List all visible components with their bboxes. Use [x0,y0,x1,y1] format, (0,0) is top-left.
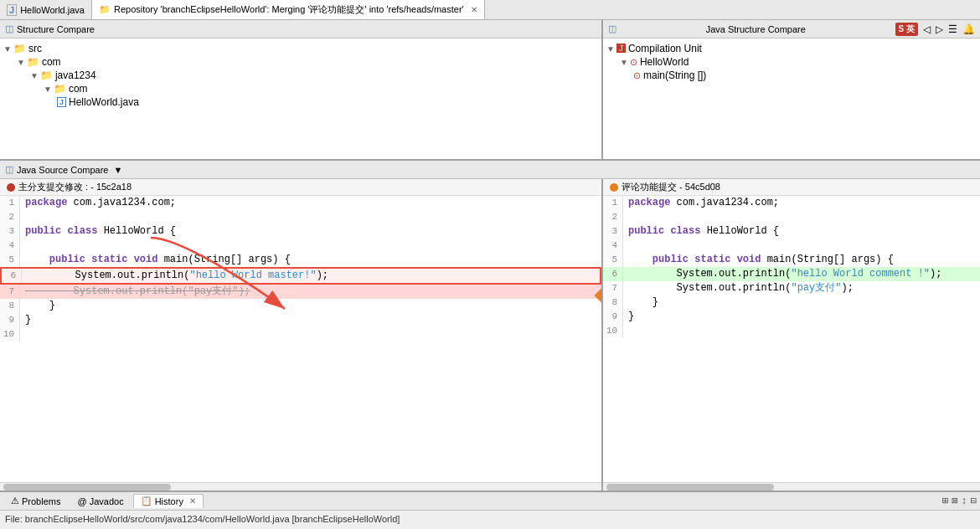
sogou-icon[interactable]: S 英 [895,23,918,36]
left-code-area[interactable]: 1 package com.java1234.com; 2 3 public c… [0,196,601,482]
javadoc-label: @ Javadoc [77,496,123,506]
status-icon-2[interactable]: ⊠ [952,495,957,507]
left-line-5: 5 public static void main(String[] args)… [0,253,601,267]
tree-label-com1: com [42,56,61,68]
tree-item-java1234[interactable]: ▼ 📁 java1234 [0,69,601,82]
main-layout: ◫ Structure Compare ▼ 📁 src ▼ 📁 com [0,20,980,529]
arrow-java1234[interactable]: ▼ [30,71,39,80]
tree-label-src: src [28,43,42,54]
header-right: S 英 ◁ ▷ ☰ 🔔 [895,23,975,36]
tree-item-helloworld-file[interactable]: J HelloWorld.java [0,95,601,109]
source-compare-dropdown[interactable]: ▼ [113,165,122,175]
tree-item-com1[interactable]: ▼ 📁 com [0,55,601,69]
tab-merge-close[interactable]: ✕ [471,5,477,14]
source-compare-title: Java Source Compare [17,165,108,175]
right-linenum-10: 10 [603,324,623,338]
left-content-10 [25,327,601,342]
right-scroll-thumb[interactable] [606,484,774,490]
left-content-4 [25,239,601,253]
status-icon-1[interactable]: ⊞ [942,495,948,507]
left-scroll-thumb[interactable] [3,484,171,490]
class-icon: ⊙ [630,57,637,68]
left-linenum-6: 6 [2,269,22,283]
tab-bar: J HelloWorld.java 📁 Repository 'branchEc… [0,0,980,20]
tab-problems[interactable]: ⚠ Problems [3,494,68,508]
source-left-pane: 主分支提交修改 : - 15c2a18 1 package com.java12… [0,179,603,490]
tree-item-main-method[interactable]: ⊙ main(String []) [603,69,980,82]
left-linenum-8: 8 [0,299,20,313]
file-icon-helloworld: J [57,97,66,107]
right-branch-label: 评论功能提交 - 54c5d08 [622,181,720,193]
left-line-6: 6 System.out.println("hello World master… [0,267,601,285]
toolbar-icon-2[interactable]: ▷ [936,23,943,35]
right-content-1: package com.java1234.com; [628,196,980,210]
arrow-helloworld-class[interactable]: ▼ [620,58,628,67]
right-line-1: 1 package com.java1234.com; [603,196,980,210]
left-code-lines: 1 package com.java1234.com; 2 3 public c… [0,196,601,342]
tree-item-com2[interactable]: ▼ 📁 com [0,82,601,95]
left-linenum-10: 10 [0,327,20,342]
tree-item-src[interactable]: ▼ 📁 src [0,42,601,55]
tree-item-helloworld-class[interactable]: ▼ ⊙ HelloWorld [603,55,980,69]
arrow-com2[interactable]: ▼ [44,85,52,94]
left-content-8: } [25,299,601,313]
left-content-3: public class HelloWorld { [25,224,601,239]
left-line-3: 3 public class HelloWorld { [0,224,601,239]
source-compare-panel: ◫ Java Source Compare ▼ 主分支提交修改 : - 15c2… [0,161,980,490]
problems-icon: ⚠ [11,496,19,506]
right-line-2: 2 [603,210,980,224]
right-linenum-3: 3 [603,224,623,239]
tab-merge[interactable]: 📁 Repository 'branchEclipseHelloWorld': … [92,0,485,19]
right-content-3: public class HelloWorld { [628,224,980,239]
history-icon: 📋 [141,496,152,506]
java-structure-title: Java Structure Compare [706,24,806,34]
right-branch-header: 评论功能提交 - 54c5d08 [603,179,980,196]
status-icon-3[interactable]: ↕ [962,496,967,507]
java-file-icon: J [7,4,17,16]
structure-tree: ▼ 📁 src ▼ 📁 com ▼ 📁 java1234 [0,39,601,159]
right-linenum-1: 1 [603,196,623,210]
status-icon-4[interactable]: ⊟ [971,495,977,507]
right-content-10 [628,324,980,338]
arrow-src[interactable]: ▼ [3,44,12,54]
left-linenum-2: 2 [0,210,20,224]
left-scrollbar[interactable] [0,482,601,490]
arrow-com1[interactable]: ▼ [17,58,25,67]
left-linenum-7: 7 [0,285,20,299]
status-icons-right: ⊞ ⊠ ↕ ⊟ [942,495,977,507]
java-structure-tree: ▼ 🅹 Compilation Unit ▼ ⊙ HelloWorld ⊙ ma… [603,39,980,159]
tab-javadoc[interactable]: @ Javadoc [70,495,131,508]
right-line-8: 8 } [603,295,980,310]
file-path-bar: File: branchEclipseHelloWorld/src/com/ja… [0,511,980,527]
toolbar-icon-4[interactable]: 🔔 [962,23,975,35]
right-code-area[interactable]: 1 package com.java1234.com; 2 3 public c… [603,196,980,482]
toolbar-icon-1[interactable]: ◁ [923,23,931,35]
left-linenum-9: 9 [0,313,20,327]
history-tab-close[interactable]: ✕ [189,496,196,506]
left-line-9: 9 } [0,313,601,327]
right-line-6: 6 System.out.println("hello World commen… [603,267,980,281]
tab-history[interactable]: 📋 History ✕ [133,494,204,508]
left-line-7: 7 System.out.println("pay支付"); [0,285,601,299]
left-linenum-4: 4 [0,239,20,253]
right-linenum-2: 2 [603,210,623,224]
right-linenum-8: 8 [603,295,623,310]
tab-helloworld[interactable]: J HelloWorld.java [0,0,92,19]
arrow-compilation-unit[interactable]: ▼ [606,44,615,54]
bottom-status-bar: ⚠ Problems @ Javadoc 📋 History ✕ ⊞ ⊠ ↕ ⊟… [0,490,980,529]
left-content-5: public static void main(String[] args) { [25,253,601,267]
tree-item-compilation-unit[interactable]: ▼ 🅹 Compilation Unit [603,42,980,55]
left-line-10: 10 [0,327,601,342]
toolbar-icon-3[interactable]: ☰ [948,23,957,35]
right-code-lines: 1 package com.java1234.com; 2 3 public c… [603,196,980,338]
folder-icon-src: 📁 [13,43,26,54]
right-content-5: public static void main(String[] args) { [628,253,980,267]
right-content-8: } [628,295,980,310]
source-panes: 主分支提交修改 : - 15c2a18 1 package com.java12… [0,179,980,490]
right-content-6: System.out.println("hello World comment … [628,267,980,281]
problems-label: Problems [22,496,60,506]
left-content-6: System.out.println("hello World master!"… [27,269,600,283]
structure-compare-panel: ◫ Structure Compare ▼ 📁 src ▼ 📁 com [0,20,603,159]
right-scrollbar[interactable] [603,482,980,490]
tree-label-compilation-unit: Compilation Unit [628,43,702,54]
